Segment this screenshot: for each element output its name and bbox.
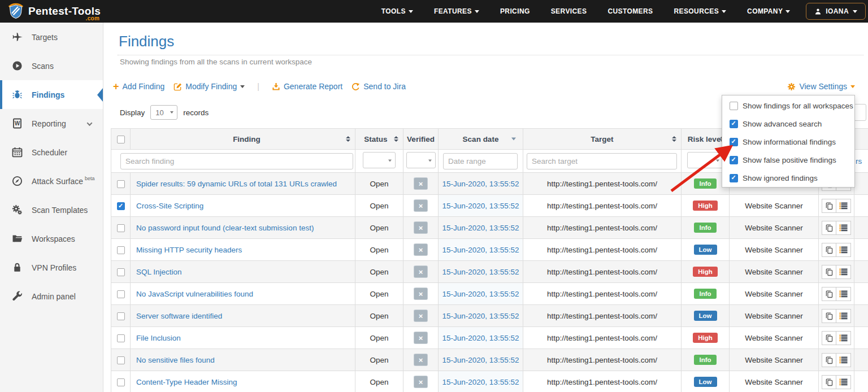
search-finding-input[interactable]	[120, 153, 353, 169]
details-list-button[interactable]	[836, 309, 851, 323]
menu-item-show-false-positive-findings[interactable]: Show false positive findings	[722, 151, 854, 169]
menu-item-checkbox[interactable]	[730, 102, 738, 110]
column-header-scan-date[interactable]: Scan date	[439, 129, 523, 150]
details-list-button[interactable]	[836, 243, 851, 257]
finding-link[interactable]: Cross-Site Scripting	[136, 202, 203, 210]
nav-tools[interactable]: TOOLS	[381, 7, 413, 15]
verified-x-button[interactable]: ×	[414, 376, 428, 388]
sidebar-item-attack-surface[interactable]: Attack Surfacebeta	[0, 167, 103, 195]
finding-link[interactable]: Missing HTTP security headers	[136, 246, 242, 254]
finding-link[interactable]: SQL Injection	[136, 268, 182, 276]
row-checkbox[interactable]	[117, 312, 125, 320]
sidebar-item-vpn-profiles[interactable]: VPN Profiles	[0, 253, 103, 282]
details-list-button[interactable]	[836, 287, 851, 301]
scan-date-link[interactable]: 15-Jun-2020, 13:55:52	[442, 334, 519, 342]
details-list-button[interactable]	[836, 221, 851, 235]
menu-item-checkbox[interactable]	[730, 156, 738, 164]
row-checkbox[interactable]	[117, 268, 125, 276]
sidebar-item-findings[interactable]: Findings	[0, 80, 103, 109]
brand-logo[interactable]: Pentest-Tools.com	[0, 3, 101, 20]
copy-button[interactable]	[822, 353, 836, 367]
nav-company[interactable]: COMPANY	[747, 7, 790, 15]
copy-button[interactable]	[822, 309, 836, 323]
menu-item-checkbox[interactable]	[730, 174, 738, 182]
nav-pricing[interactable]: PRICING	[500, 7, 530, 15]
column-header-status[interactable]: Status	[355, 129, 403, 150]
sidebar-item-workspaces[interactable]: Workspaces	[0, 224, 103, 253]
row-checkbox[interactable]	[117, 378, 125, 386]
modify-finding-button[interactable]: Modify Finding	[173, 82, 245, 91]
row-checkbox[interactable]	[117, 356, 125, 364]
details-list-button[interactable]	[836, 331, 851, 345]
search-target-input[interactable]	[527, 153, 677, 169]
verified-x-button[interactable]: ×	[414, 288, 428, 300]
scan-date-link[interactable]: 15-Jun-2020, 13:55:52	[442, 378, 519, 386]
verified-x-button[interactable]: ×	[414, 221, 428, 234]
row-checkbox[interactable]	[117, 202, 125, 210]
scan-date-link[interactable]: 15-Jun-2020, 13:55:52	[442, 224, 519, 232]
sidebar-item-admin-panel[interactable]: Admin panel	[0, 282, 103, 311]
row-checkbox[interactable]	[117, 290, 125, 298]
column-header-verified[interactable]: Verified	[403, 129, 439, 150]
menu-item-show-ignored-findings[interactable]: Show ignored findings	[722, 169, 854, 187]
verified-x-button[interactable]: ×	[414, 332, 428, 344]
add-finding-button[interactable]: + Add Finding	[113, 82, 164, 91]
menu-item-show-findings-for-all-workspaces[interactable]: Show findings for all workspaces	[722, 97, 854, 115]
scan-date-link[interactable]: 15-Jun-2020, 13:55:52	[442, 290, 519, 298]
user-menu-button[interactable]: IOANA	[806, 3, 866, 20]
menu-item-show-informational-findings[interactable]: Show informational findings	[722, 133, 854, 151]
sidebar-item-reporting[interactable]: WReporting	[0, 109, 103, 138]
row-checkbox[interactable]	[117, 334, 125, 342]
finding-link[interactable]: Content-Type Header Missing	[136, 378, 237, 386]
view-settings-button[interactable]: View Settings	[787, 82, 855, 91]
column-header-finding[interactable]: Finding	[131, 129, 355, 150]
details-list-button[interactable]	[836, 199, 851, 213]
clear-filters-link-partial[interactable]: rs	[856, 157, 862, 165]
scan-date-link[interactable]: 15-Jun-2020, 13:55:52	[442, 246, 519, 254]
scan-date-link[interactable]: 15-Jun-2020, 13:55:52	[442, 202, 519, 210]
copy-button[interactable]	[822, 287, 836, 301]
verified-x-button[interactable]: ×	[414, 243, 428, 256]
verified-x-button[interactable]: ×	[414, 199, 428, 212]
copy-button[interactable]	[822, 375, 836, 389]
details-list-button[interactable]	[836, 353, 851, 367]
details-list-button[interactable]	[836, 375, 851, 389]
menu-item-checkbox[interactable]	[730, 138, 738, 146]
finding-link[interactable]: No sensitive files found	[136, 356, 215, 364]
row-checkbox[interactable]	[117, 180, 125, 188]
menu-item-show-advanced-search[interactable]: Show advanced search	[722, 115, 854, 133]
copy-button[interactable]	[822, 199, 836, 213]
copy-button[interactable]	[822, 221, 836, 235]
copy-button[interactable]	[822, 265, 836, 279]
sidebar-item-targets[interactable]: Targets	[0, 23, 103, 51]
copy-button[interactable]	[822, 243, 836, 257]
finding-link[interactable]: No password input found (clear-text subm…	[136, 224, 314, 232]
nav-services[interactable]: SERVICES	[551, 7, 587, 15]
sidebar-item-scan-templates[interactable]: Scan Templates	[0, 195, 103, 224]
menu-item-checkbox[interactable]	[730, 120, 738, 128]
date-range-input[interactable]	[443, 153, 518, 169]
verified-x-button[interactable]: ×	[414, 177, 428, 190]
scan-date-link[interactable]: 15-Jun-2020, 13:55:52	[442, 356, 519, 364]
row-checkbox[interactable]	[117, 246, 125, 254]
select-all-checkbox[interactable]	[117, 136, 125, 143]
copy-button[interactable]	[822, 331, 836, 345]
nav-features[interactable]: FEATURES	[434, 7, 479, 15]
verified-x-button[interactable]: ×	[414, 265, 428, 278]
finding-link[interactable]: Server software identified	[136, 312, 222, 320]
scan-date-link[interactable]: 15-Jun-2020, 13:55:52	[442, 268, 519, 276]
generate-report-button[interactable]: Generate Report	[272, 82, 342, 91]
scan-date-link[interactable]: 15-Jun-2020, 13:55:52	[442, 312, 519, 320]
verified-x-button[interactable]: ×	[414, 310, 428, 322]
verified-x-button[interactable]: ×	[414, 354, 428, 366]
verified-filter-select[interactable]	[406, 152, 436, 168]
finding-link[interactable]: Spider results: 59 dynamic URLs of total…	[136, 180, 337, 188]
send-to-jira-button[interactable]: Send to Jira	[351, 82, 406, 91]
nav-resources[interactable]: RESOURCES	[674, 7, 726, 15]
finding-link[interactable]: No JavaScript vulnerabilities found	[136, 290, 253, 298]
records-per-page-select[interactable]: 10	[150, 105, 177, 120]
row-checkbox[interactable]	[117, 224, 125, 232]
nav-customers[interactable]: CUSTOMERS	[607, 7, 653, 15]
details-list-button[interactable]	[836, 265, 851, 279]
column-header-target[interactable]: Target	[523, 129, 682, 150]
